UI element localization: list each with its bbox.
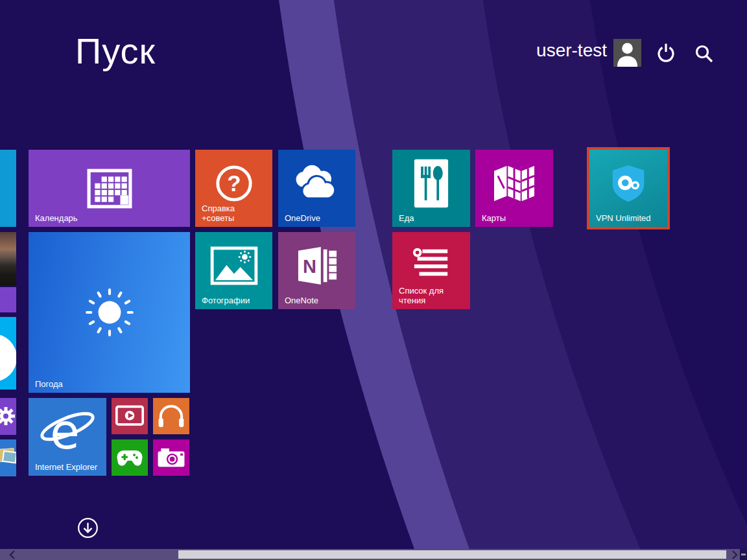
all-apps-button[interactable]	[76, 516, 100, 540]
headphones-icon	[158, 404, 185, 428]
partial-tile-purple[interactable]	[0, 287, 16, 312]
tile-camera[interactable]	[153, 439, 189, 476]
down-arrow-icon	[76, 516, 100, 540]
tile-calendar[interactable]: Календарь	[29, 150, 190, 227]
user-avatar[interactable]	[613, 39, 641, 67]
camera-icon	[157, 447, 185, 468]
tile-label: Internet Explorer	[35, 462, 97, 472]
search-button[interactable]	[694, 44, 714, 66]
tile-label: Фотографии	[202, 296, 250, 305]
tile-food[interactable]: Еда	[392, 150, 470, 227]
scrollbar-right-arrow-icon[interactable]	[729, 550, 739, 560]
scrollbar-left-arrow-icon[interactable]	[8, 550, 18, 560]
tile-games[interactable]	[112, 439, 148, 476]
tile-label: Еда	[399, 213, 414, 223]
tile-music[interactable]	[153, 398, 189, 434]
reading-list-icon	[411, 246, 451, 283]
power-button[interactable]	[655, 41, 677, 66]
photos-picture-icon	[210, 246, 258, 285]
internet-explorer-icon: e	[38, 407, 97, 458]
svg-text:N: N	[302, 256, 316, 277]
partial-tile-photos-folder[interactable]	[0, 439, 16, 476]
search-icon	[694, 44, 714, 64]
start-screen: { "header": { "title": "Пуск", "user": {…	[0, 0, 747, 560]
tile-onedrive[interactable]: OneDrive	[278, 150, 355, 227]
gear-icon	[0, 406, 16, 426]
maps-icon	[492, 163, 537, 204]
photo-thumbnail-icon	[2, 450, 16, 464]
partial-tile-news-photo[interactable]	[0, 232, 16, 286]
page-title: Пуск	[75, 30, 156, 72]
tile-photos[interactable]: Фотографии	[195, 232, 272, 309]
svg-text:?: ?	[227, 170, 241, 196]
scrollbar-corner	[740, 549, 747, 560]
weather-sun-icon	[83, 286, 136, 339]
user-name[interactable]: user-test	[512, 40, 607, 61]
onenote-icon: N	[294, 246, 340, 286]
power-icon	[655, 41, 677, 64]
horizontal-scrollbar[interactable]	[0, 549, 747, 560]
tile-weather[interactable]: Погода	[29, 232, 190, 393]
tile-label: Календарь	[35, 213, 78, 223]
tile-label: OneNote	[285, 296, 318, 305]
vpn-shield-icon	[608, 163, 648, 204]
tile-video[interactable]	[112, 398, 148, 434]
tile-internet-explorer[interactable]: e Internet Explorer	[29, 398, 106, 476]
video-icon	[115, 405, 144, 427]
tile-maps[interactable]: Карты	[475, 150, 553, 227]
tile-label: Справка +советы	[202, 204, 235, 223]
onedrive-cloud-icon	[288, 165, 346, 202]
scrollbar-thumb[interactable]	[178, 550, 726, 559]
tile-help-tips[interactable]: ? Справка +советы	[195, 150, 272, 227]
tile-label: Карты	[482, 213, 506, 223]
tile-label: Список для чтения	[399, 286, 444, 305]
skype-logo-icon	[0, 334, 16, 382]
tile-label: OneDrive	[285, 213, 320, 223]
partial-tile-skype[interactable]	[0, 317, 16, 390]
tile-vpn-unlimited[interactable]: VPN Unlimited	[589, 150, 667, 227]
calendar-icon	[87, 169, 132, 209]
tile-label: VPN Unlimited	[596, 213, 651, 223]
partial-tile-settings[interactable]	[0, 398, 16, 435]
food-fork-spoon-icon	[412, 157, 451, 210]
tile-onenote[interactable]: N OneNote	[278, 232, 355, 309]
gamepad-icon	[115, 447, 144, 468]
partial-tile-cyan[interactable]	[0, 150, 16, 227]
tile-reading-list[interactable]: Список для чтения	[392, 232, 470, 309]
help-question-icon: ?	[214, 163, 254, 204]
tile-label: Погода	[35, 379, 63, 389]
avatar-icon	[613, 39, 641, 67]
